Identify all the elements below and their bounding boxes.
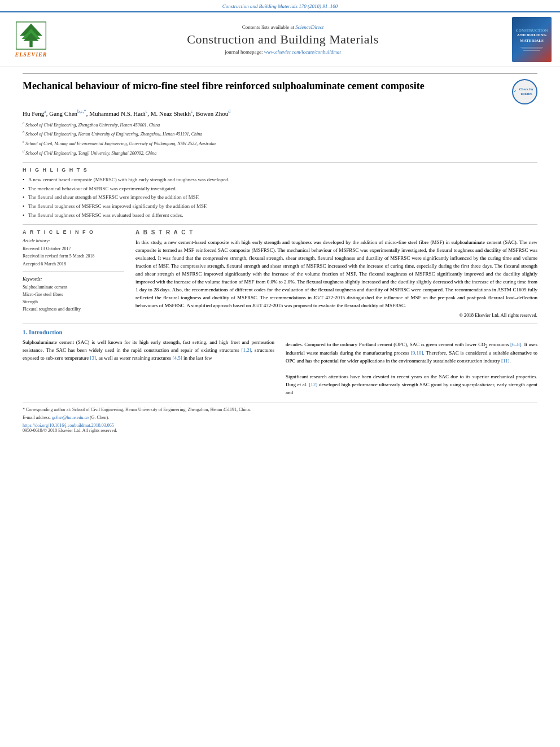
doi-line[interactable]: https://doi.org/10.1016/j.conbuildmat.20… [23,423,537,428]
keyword-2: Micro-fine steel fibres [23,291,124,298]
issn-text: 0950-0618/© 2018 Elsevier Ltd. All right… [23,428,117,433]
introduction-two-col: 1. Introduction Sulphoaluminate cement (… [23,329,537,397]
keywords-section: Keywords: Sulphoaluminate cement Micro-f… [23,277,124,313]
check-updates-label: Check for updates [517,88,536,95]
homepage-url[interactable]: www.elsevier.com/locate/conbuildmat [264,49,341,55]
footer-section: * Corresponding author at: School of Civ… [23,403,537,433]
sciencedirect-line: Contents lists available at ScienceDirec… [59,24,506,30]
article-title: Mechanical behaviour of micro-fine steel… [23,79,512,93]
ref-9-10[interactable]: [9,10] [411,350,423,356]
elsevier-brand-text: ELSEVIER [15,51,47,58]
ref-3[interactable]: [3] [90,355,96,361]
author-gang-chen: Gang Chen [49,110,77,117]
cover-line1: Construction [515,28,548,33]
author-muhammad-hadi: Muhammad N.S. Hadi [89,110,146,117]
affil-a: a School of Civil Engineering, Zhengzhou… [23,120,537,129]
email-label: E-mail address: [23,415,51,420]
author-hu-feng: Hu Feng [23,110,44,117]
article-info-divider [23,224,537,225]
corresponding-author-note: * Corresponding author at: School of Civ… [23,407,537,413]
highlights-list: A new cement based composite (MSFRSC) wi… [23,176,537,219]
doi-text[interactable]: https://doi.org/10.1016/j.conbuildmat.20… [23,423,114,428]
cover-line3: MATERIALS [520,38,544,43]
page-wrapper: Construction and Building Materials 170 … [0,0,560,747]
author-neaz-sheikh-sup: c [191,109,193,114]
keywords-divider [23,272,124,272]
affiliations: a School of Civil Engineering, Zhengzhou… [23,120,537,157]
author-bowen-zhou: Bowen Zhou [196,110,228,117]
journal-cover-thumbnail: Construction and Building MATERIALS [512,17,552,62]
affil-d: d School of Civil Engineering, Tongji Un… [23,148,537,157]
issn-line: 0950-0618/© 2018 Elsevier Ltd. All right… [23,428,537,433]
intro-text-col1: Sulphoaluminate cement (SAC) is well kno… [23,339,274,362]
keyword-1: Sulphoaluminate cement [23,284,124,290]
intro-title: 1. Introduction [23,329,274,335]
highlight-item-5: The flexural toughness of MSFRSC was eva… [23,212,537,219]
highlight-item-2: The mechanical behaviour of MSFRSC was e… [23,185,537,193]
author-muhammad-hadi-sup: c [146,109,148,114]
intro-col-left: 1. Introduction Sulphoaluminate cement (… [23,329,274,397]
affil-c: c School of Civil, Mining and Environmen… [23,139,537,147]
email-address[interactable]: gchen@haue.edu.cn [52,415,89,420]
email-line: E-mail address: gchen@haue.edu.cn (G. Ch… [23,414,537,421]
keyword-4: Flexural toughness and ductility [23,306,124,312]
keyword-3: Strength [23,299,124,305]
affil-b: b School of Civil Engineering, Henan Uni… [23,129,537,138]
article-history-title: Article history: [23,238,124,243]
ref-11[interactable]: [11] [501,358,510,364]
ref-6-8[interactable]: [6–8] [510,342,522,347]
highlights-label: H I G H L I G H T S [23,167,537,173]
keywords-title: Keywords: [23,277,124,282]
intro-number: 1. [23,329,27,335]
check-updates-badge[interactable]: ✓ Check for updates [512,79,537,104]
ref-1-2[interactable]: [1,2] [242,347,251,353]
journal-reference-text: Construction and Building Materials 170 … [222,3,338,9]
abstract-label: A B S T R A C T [135,229,537,235]
journal-center-header: Contents lists available at ScienceDirec… [59,24,506,55]
journal-header: ELSEVIER Contents lists available at Sci… [0,11,560,67]
article-info-abstract-cols: A R T I C L E I N F O Article history: R… [23,229,537,317]
highlights-section: H I G H L I G H T S A new cement based c… [23,167,537,219]
author-neaz-sheikh: M. Neaz Sheikh [151,110,191,117]
article-info-label: A R T I C L E I N F O [23,229,124,235]
intro-label: Introduction [29,329,63,335]
article-info-col: A R T I C L E I N F O Article history: R… [23,229,124,317]
highlight-item-3: The flexural and shear strength of MSFRS… [23,194,537,201]
elsevier-logo: ELSEVIER [8,21,54,58]
main-content: Mechanical behaviour of micro-fine steel… [0,67,560,439]
corresponding-note-text: * Corresponding author at: School of Civ… [23,407,251,412]
elsevier-tree-icon [14,21,48,50]
highlight-item-1: A new cement based composite (MSFRSC) wi… [23,176,537,184]
received-date: Received 13 October 2017 [23,246,124,252]
author-hu-feng-sup: a [44,109,46,114]
author-bowen-zhou-sup: d [228,109,230,114]
ref-12[interactable]: [12] [309,382,317,387]
copyright-line: © 2018 Elsevier Ltd. All rights reserved… [135,312,537,318]
ref-4-5[interactable]: [4,5] [172,355,182,361]
intro-col-right: decades. Compared to the ordinary Portla… [286,329,537,397]
author-gang-chen-sup: b,c,* [77,109,86,114]
abstract-text: In this study, a new cement-based compos… [135,239,537,309]
intro-text-col2: decades. Compared to the ordinary Portla… [286,341,537,397]
introduction-section: 1. Introduction Sulphoaluminate cement (… [23,324,537,397]
sciencedirect-link[interactable]: ScienceDirect [295,24,323,30]
homepage-prefix: journal homepage: [225,49,264,55]
svg-rect-0 [29,41,32,47]
article-title-section: Mechanical behaviour of micro-fine steel… [23,73,537,104]
highlight-item-4: The flexural toughness of MSFRSC was imp… [23,203,537,210]
cover-line2: and Building [517,33,546,38]
abstract-col: A B S T R A C T In this study, a new cem… [135,229,537,317]
revised-date: Received in revised form 5 March 2018 [23,253,124,259]
highlights-divider [23,162,537,163]
article-history: Article history: Received 13 October 201… [23,238,124,267]
accepted-date: Accepted 6 March 2018 [23,261,124,267]
journal-reference-line: Construction and Building Materials 170 … [0,0,560,11]
email-suffix: (G. Chen). [90,415,109,420]
authors-line: Hu Fenga, Gang Chenb,c,*, Muhammad N.S. … [23,109,537,117]
sciencedirect-prefix: Contents lists available at [242,24,295,30]
journal-homepage: journal homepage: www.elsevier.com/locat… [59,49,506,55]
journal-title-header: Construction and Building Materials [59,32,506,47]
